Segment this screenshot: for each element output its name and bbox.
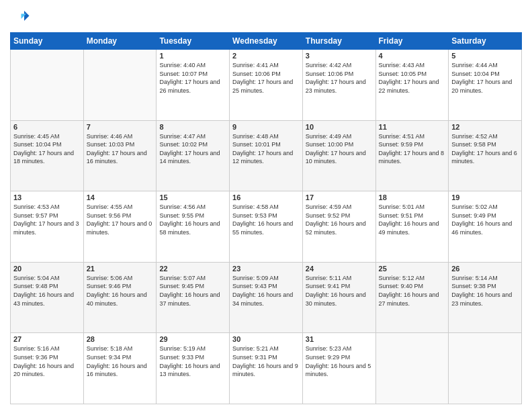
- calendar-cell: 11Sunrise: 4:51 AM Sunset: 9:59 PM Dayli…: [375, 120, 449, 191]
- day-number: 19: [451, 193, 519, 201]
- calendar-cell: 25Sunrise: 5:12 AM Sunset: 9:40 PM Dayli…: [375, 262, 449, 333]
- calendar-week-row: 1Sunrise: 4:40 AM Sunset: 10:07 PM Dayli…: [11, 50, 522, 121]
- day-number: 25: [379, 265, 446, 273]
- cell-content: Sunrise: 5:09 AM Sunset: 9:43 PM Dayligh…: [232, 274, 300, 308]
- cell-content: Sunrise: 5:21 AM Sunset: 9:31 PM Dayligh…: [232, 345, 300, 378]
- cell-content: Sunrise: 4:46 AM Sunset: 10:03 PM Daylig…: [87, 132, 154, 166]
- calendar-cell: 10Sunrise: 4:49 AM Sunset: 10:00 PM Dayl…: [302, 120, 375, 191]
- day-number: 30: [232, 335, 300, 343]
- cell-content: Sunrise: 4:59 AM Sunset: 9:52 PM Dayligh…: [306, 203, 373, 236]
- calendar-cell: 15Sunrise: 4:56 AM Sunset: 9:55 PM Dayli…: [157, 191, 230, 263]
- day-number: 31: [306, 335, 373, 343]
- calendar-cell: 31Sunrise: 5:23 AM Sunset: 9:29 PM Dayli…: [302, 333, 375, 404]
- calendar-week-row: 13Sunrise: 4:53 AM Sunset: 9:57 PM Dayli…: [11, 191, 522, 263]
- cell-content: Sunrise: 5:02 AM Sunset: 9:49 PM Dayligh…: [451, 203, 519, 236]
- day-number: 1: [159, 52, 226, 60]
- calendar-cell: 20Sunrise: 5:04 AM Sunset: 9:48 PM Dayli…: [11, 262, 84, 333]
- calendar-cell: 26Sunrise: 5:14 AM Sunset: 9:38 PM Dayli…: [449, 262, 522, 333]
- calendar-table: SundayMondayTuesdayWednesdayThursdayFrid…: [10, 32, 522, 404]
- svg-marker-0: [24, 11, 30, 21]
- cell-content: Sunrise: 4:44 AM Sunset: 10:04 PM Daylig…: [451, 61, 519, 95]
- day-header: Tuesday: [157, 33, 230, 50]
- cell-content: Sunrise: 5:16 AM Sunset: 9:36 PM Dayligh…: [13, 345, 81, 378]
- calendar-cell: 7Sunrise: 4:46 AM Sunset: 10:03 PM Dayli…: [83, 120, 157, 191]
- calendar-cell: 28Sunrise: 5:18 AM Sunset: 9:34 PM Dayli…: [83, 333, 157, 404]
- cell-content: Sunrise: 5:19 AM Sunset: 9:33 PM Dayligh…: [159, 345, 226, 378]
- calendar-cell: 9Sunrise: 4:48 AM Sunset: 10:01 PM Dayli…: [230, 120, 303, 191]
- calendar-cell: [449, 333, 522, 404]
- day-number: 7: [87, 123, 154, 131]
- calendar-cell: 13Sunrise: 4:53 AM Sunset: 9:57 PM Dayli…: [11, 191, 84, 263]
- day-number: 21: [87, 265, 154, 273]
- day-number: 10: [306, 123, 373, 131]
- page: SundayMondayTuesdayWednesdayThursdayFrid…: [0, 0, 532, 411]
- calendar-week-row: 6Sunrise: 4:45 AM Sunset: 10:04 PM Dayli…: [11, 120, 522, 191]
- cell-content: Sunrise: 5:11 AM Sunset: 9:41 PM Dayligh…: [306, 274, 373, 308]
- cell-content: Sunrise: 4:40 AM Sunset: 10:07 PM Daylig…: [159, 61, 226, 95]
- calendar-body: 1Sunrise: 4:40 AM Sunset: 10:07 PM Dayli…: [11, 50, 522, 404]
- day-number: 20: [13, 265, 81, 273]
- calendar-cell: 8Sunrise: 4:47 AM Sunset: 10:02 PM Dayli…: [157, 120, 230, 191]
- logo: [10, 7, 33, 27]
- calendar-header-row: SundayMondayTuesdayWednesdayThursdayFrid…: [11, 33, 522, 50]
- calendar-cell: 4Sunrise: 4:43 AM Sunset: 10:05 PM Dayli…: [375, 50, 449, 121]
- day-number: 23: [232, 265, 300, 273]
- cell-content: Sunrise: 5:14 AM Sunset: 9:38 PM Dayligh…: [451, 274, 519, 308]
- calendar-cell: 14Sunrise: 4:55 AM Sunset: 9:56 PM Dayli…: [83, 191, 157, 263]
- calendar-cell: 5Sunrise: 4:44 AM Sunset: 10:04 PM Dayli…: [449, 50, 522, 121]
- day-header: Wednesday: [230, 33, 303, 50]
- calendar-cell: 12Sunrise: 4:52 AM Sunset: 9:58 PM Dayli…: [449, 120, 522, 191]
- cell-content: Sunrise: 4:53 AM Sunset: 9:57 PM Dayligh…: [13, 203, 81, 236]
- day-number: 9: [232, 123, 300, 131]
- calendar-cell: 19Sunrise: 5:02 AM Sunset: 9:49 PM Dayli…: [449, 191, 522, 263]
- cell-content: Sunrise: 4:52 AM Sunset: 9:58 PM Dayligh…: [451, 132, 519, 166]
- logo-icon: [10, 7, 30, 27]
- cell-content: Sunrise: 5:23 AM Sunset: 9:29 PM Dayligh…: [306, 345, 373, 378]
- day-number: 2: [232, 52, 300, 60]
- cell-content: Sunrise: 4:41 AM Sunset: 10:06 PM Daylig…: [232, 61, 300, 95]
- cell-content: Sunrise: 4:58 AM Sunset: 9:53 PM Dayligh…: [232, 203, 300, 236]
- day-number: 5: [451, 52, 519, 60]
- calendar-cell: [375, 333, 449, 404]
- calendar-cell: 24Sunrise: 5:11 AM Sunset: 9:41 PM Dayli…: [302, 262, 375, 333]
- calendar-cell: 18Sunrise: 5:01 AM Sunset: 9:51 PM Dayli…: [375, 191, 449, 263]
- calendar-cell: 17Sunrise: 4:59 AM Sunset: 9:52 PM Dayli…: [302, 191, 375, 263]
- day-number: 3: [306, 52, 373, 60]
- day-number: 15: [159, 193, 226, 201]
- cell-content: Sunrise: 4:55 AM Sunset: 9:56 PM Dayligh…: [87, 203, 154, 236]
- calendar-cell: 21Sunrise: 5:06 AM Sunset: 9:46 PM Dayli…: [83, 262, 157, 333]
- calendar-week-row: 20Sunrise: 5:04 AM Sunset: 9:48 PM Dayli…: [11, 262, 522, 333]
- day-number: 22: [159, 265, 226, 273]
- day-number: 8: [159, 123, 226, 131]
- day-header: Friday: [375, 33, 449, 50]
- cell-content: Sunrise: 4:42 AM Sunset: 10:06 PM Daylig…: [306, 61, 373, 95]
- cell-content: Sunrise: 5:18 AM Sunset: 9:34 PM Dayligh…: [87, 345, 154, 378]
- calendar-cell: 16Sunrise: 4:58 AM Sunset: 9:53 PM Dayli…: [230, 191, 303, 263]
- cell-content: Sunrise: 4:45 AM Sunset: 10:04 PM Daylig…: [13, 132, 81, 166]
- header: [10, 7, 522, 27]
- day-number: 14: [87, 193, 154, 201]
- cell-content: Sunrise: 4:51 AM Sunset: 9:59 PM Dayligh…: [379, 132, 446, 166]
- day-number: 29: [159, 335, 226, 343]
- calendar-cell: [83, 50, 157, 121]
- day-number: 26: [451, 265, 519, 273]
- calendar-cell: 23Sunrise: 5:09 AM Sunset: 9:43 PM Dayli…: [230, 262, 303, 333]
- calendar-cell: 1Sunrise: 4:40 AM Sunset: 10:07 PM Dayli…: [157, 50, 230, 121]
- calendar-cell: 6Sunrise: 4:45 AM Sunset: 10:04 PM Dayli…: [11, 120, 84, 191]
- calendar-cell: 29Sunrise: 5:19 AM Sunset: 9:33 PM Dayli…: [157, 333, 230, 404]
- day-header: Saturday: [449, 33, 522, 50]
- day-number: 11: [379, 123, 446, 131]
- cell-content: Sunrise: 4:48 AM Sunset: 10:01 PM Daylig…: [232, 132, 300, 166]
- day-number: 12: [451, 123, 519, 131]
- day-number: 13: [13, 193, 81, 201]
- day-number: 24: [306, 265, 373, 273]
- cell-content: Sunrise: 4:49 AM Sunset: 10:00 PM Daylig…: [306, 132, 373, 166]
- calendar-cell: 27Sunrise: 5:16 AM Sunset: 9:36 PM Dayli…: [11, 333, 84, 404]
- day-number: 6: [13, 123, 81, 131]
- day-header: Monday: [83, 33, 157, 50]
- calendar-cell: 3Sunrise: 4:42 AM Sunset: 10:06 PM Dayli…: [302, 50, 375, 121]
- day-number: 4: [379, 52, 446, 60]
- calendar-cell: 30Sunrise: 5:21 AM Sunset: 9:31 PM Dayli…: [230, 333, 303, 404]
- day-number: 27: [13, 335, 81, 343]
- calendar-cell: 2Sunrise: 4:41 AM Sunset: 10:06 PM Dayli…: [230, 50, 303, 121]
